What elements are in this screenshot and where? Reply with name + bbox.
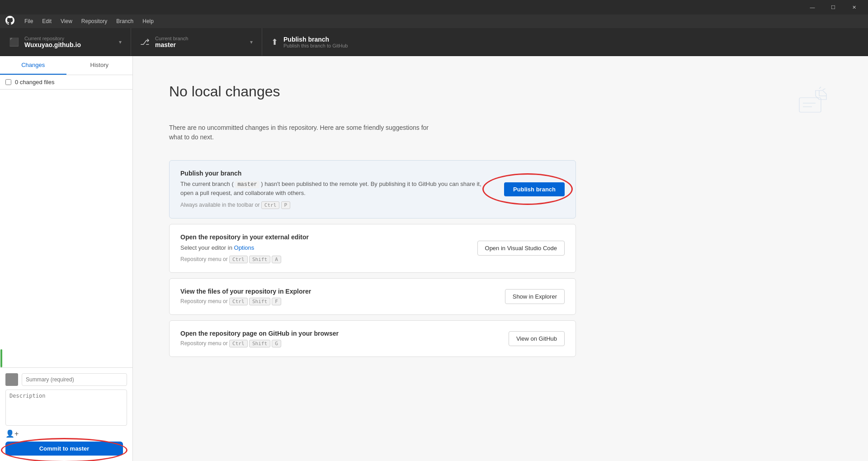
- shortcut-shift3: Shift: [249, 298, 270, 305]
- branch-value: master: [155, 41, 188, 48]
- branch-info: Current branch master: [155, 36, 188, 48]
- titlebar-controls: — ☐ ✕: [802, 0, 864, 14]
- shortcut-f: F: [272, 298, 281, 305]
- no-changes-subtitle: There are no uncommitted changes in this…: [169, 123, 440, 142]
- shortcut-ctrl4: Ctrl: [229, 340, 248, 347]
- publish-card: Publish your branch The current branch (…: [169, 160, 576, 219]
- accent-bar: [0, 349, 2, 367]
- editor-card: Open the repository in your external edi…: [169, 224, 576, 273]
- commit-button[interactable]: Commit to master: [5, 442, 123, 456]
- github-card-content: Open the repository page on GitHub in yo…: [180, 330, 498, 347]
- publish-branch-button[interactable]: Publish branch: [504, 182, 565, 196]
- explorer-card: View the files of your repository in Exp…: [169, 278, 576, 315]
- shortcut-ctrl: Ctrl: [261, 201, 280, 209]
- publish-sublabel: Publish this branch to GitHub: [283, 43, 348, 48]
- commit-area: 👤+ Commit to master: [0, 367, 132, 461]
- commit-description-input[interactable]: [5, 390, 127, 426]
- shortcut-p: P: [281, 201, 291, 209]
- titlebar: — ☐ ✕: [0, 0, 868, 14]
- shortcut-ctrl2: Ctrl: [229, 256, 248, 263]
- publish-card-title: Publish your branch: [180, 170, 493, 177]
- menu-edit[interactable]: Edit: [38, 16, 56, 26]
- sidebar: Changes History 0 changed files 👤+ Commi…: [0, 56, 133, 461]
- options-link[interactable]: Options: [234, 244, 255, 251]
- main-content: No local changes There are no uncommitte…: [133, 56, 868, 461]
- toolbar: ⬛ Current repository Wuxuyao.github.io ▾…: [0, 28, 868, 56]
- publish-card-content: Publish your branch The current branch (…: [180, 170, 493, 209]
- current-branch-selector[interactable]: ⎇ Current branch master ▾: [131, 28, 262, 56]
- commit-btn-wrapper: Commit to master: [5, 442, 127, 456]
- menu-help[interactable]: Help: [138, 16, 158, 26]
- changed-files-bar: 0 changed files: [0, 75, 132, 90]
- publish-info: Publish branch Publish this branch to Gi…: [283, 36, 348, 48]
- select-all-checkbox[interactable]: [5, 79, 11, 85]
- repo-label: Current repository: [24, 36, 81, 41]
- commit-footer: 👤+: [5, 429, 127, 438]
- commit-summary-input[interactable]: [22, 373, 127, 386]
- branch-label: Current branch: [155, 36, 188, 41]
- shortcut-g: G: [272, 340, 281, 347]
- app-logo: [5, 16, 14, 27]
- explorer-card-title: View the files of your repository in Exp…: [180, 288, 494, 295]
- github-shortcut: Repository menu or Ctrl Shift G: [180, 340, 498, 347]
- svg-rect-0: [799, 98, 821, 112]
- menu-view[interactable]: View: [56, 16, 77, 26]
- file-list: [0, 90, 132, 177]
- explorer-card-content: View the files of your repository in Exp…: [180, 288, 494, 305]
- view-on-github-button[interactable]: View on GitHub: [509, 331, 565, 346]
- repo-value: Wuxuyao.github.io: [24, 41, 81, 48]
- publish-toolbar-btn[interactable]: ⬆ Publish branch Publish this branch to …: [262, 28, 389, 56]
- branch-chevron-icon: ▾: [250, 39, 253, 45]
- branch-icon: ⎇: [140, 37, 150, 47]
- github-card: Open the repository page on GitHub in yo…: [169, 320, 576, 357]
- avatar: [5, 373, 18, 386]
- repo-info: Current repository Wuxuyao.github.io: [24, 36, 81, 48]
- add-co-author-button[interactable]: 👤+: [5, 429, 19, 438]
- tab-changes[interactable]: Changes: [0, 56, 66, 75]
- shortcut-a: A: [272, 256, 281, 263]
- sidebar-tabs: Changes History: [0, 56, 132, 75]
- explorer-shortcut: Repository menu or Ctrl Shift F: [180, 298, 494, 305]
- publish-icon: ⬆: [271, 37, 278, 47]
- no-changes-header: No local changes: [169, 83, 832, 119]
- side-accent: [0, 177, 3, 367]
- editor-card-desc: Select your editor in Options: [180, 243, 467, 252]
- shortcut-shift2: Shift: [249, 256, 270, 263]
- open-in-vscode-button[interactable]: Open in Visual Studio Code: [477, 241, 565, 256]
- publish-btn-container: Publish branch: [504, 182, 565, 196]
- maximize-button[interactable]: ☐: [823, 0, 844, 14]
- repo-icon: ⬛: [9, 37, 19, 47]
- minimize-button[interactable]: —: [802, 0, 823, 14]
- menu-branch[interactable]: Branch: [112, 16, 138, 26]
- repo-chevron-icon: ▾: [119, 39, 122, 45]
- publish-label: Publish branch: [283, 36, 348, 43]
- main-layout: Changes History 0 changed files 👤+ Commi…: [0, 56, 868, 461]
- shortcut-ctrl3: Ctrl: [229, 298, 248, 305]
- close-button[interactable]: ✕: [844, 0, 864, 14]
- editor-card-content: Open the repository in your external edi…: [180, 233, 467, 264]
- current-repo-selector[interactable]: ⬛ Current repository Wuxuyao.github.io ▾: [0, 28, 131, 56]
- publish-card-desc: The current branch ( master ) hasn't bee…: [180, 180, 493, 198]
- illustration: [796, 83, 832, 119]
- editor-card-title: Open the repository in your external edi…: [180, 233, 467, 241]
- shortcut-shift4: Shift: [249, 340, 270, 347]
- editor-shortcut: Repository menu or Ctrl Shift A: [180, 256, 467, 263]
- github-card-title: Open the repository page on GitHub in yo…: [180, 330, 498, 337]
- tab-history[interactable]: History: [66, 56, 133, 75]
- publish-shortcut: Always available in the toolbar or Ctrl …: [180, 201, 493, 209]
- no-changes-title: No local changes: [169, 83, 280, 100]
- show-in-explorer-button[interactable]: Show in Explorer: [505, 289, 565, 304]
- menubar: File Edit View Repository Branch Help: [0, 14, 868, 28]
- branch-code: master: [235, 181, 259, 188]
- menu-file[interactable]: File: [20, 16, 38, 26]
- menu-repository[interactable]: Repository: [77, 16, 112, 26]
- changed-files-count: 0 changed files: [15, 79, 54, 86]
- commit-summary-row: [5, 373, 127, 386]
